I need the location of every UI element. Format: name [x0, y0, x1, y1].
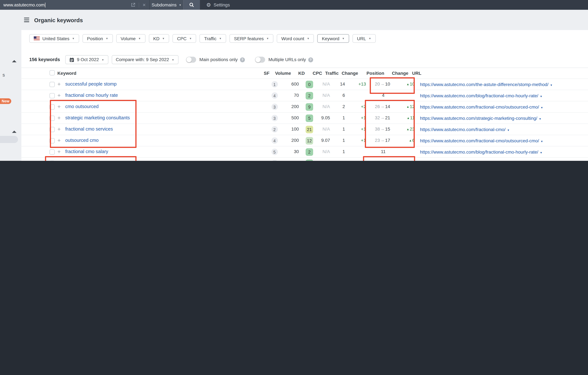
- col-volume[interactable]: Volume: [274, 71, 294, 76]
- col-url[interactable]: URL: [412, 71, 588, 76]
- add-keyword-icon[interactable]: +: [55, 115, 65, 121]
- url-cell: https://www.astutecmo.com/blog/fractiona…: [420, 93, 588, 99]
- filter-keyword[interactable]: Keyword▼: [317, 34, 349, 43]
- url-expand-icon[interactable]: ▼: [540, 151, 542, 154]
- add-keyword-icon[interactable]: +: [55, 104, 65, 109]
- search-button[interactable]: [183, 0, 200, 10]
- add-keyword-icon[interactable]: +: [55, 160, 65, 161]
- row-checkbox[interactable]: [50, 149, 55, 155]
- sf-count-badge: 4: [271, 137, 278, 144]
- subdomains-dropdown[interactable]: Subdomains▼: [149, 0, 183, 10]
- page-body: snswthNew Organic keywords United States…: [0, 10, 588, 161]
- keyword-link[interactable]: successful people stomp: [65, 82, 117, 87]
- target-url-value: www.astutecmo.com: [3, 2, 45, 8]
- filter-kd[interactable]: KD▼: [149, 34, 169, 43]
- kd-badge: 21: [305, 126, 313, 133]
- sidebar-item-clipped[interactable]: s: [3, 72, 5, 78]
- kd-cell: 9: [302, 104, 317, 111]
- arrow-right-icon: →: [380, 138, 385, 143]
- help-icon[interactable]: ?: [308, 57, 313, 62]
- select-all-checkbox[interactable]: [50, 70, 55, 76]
- filter-url[interactable]: URL▼: [352, 34, 376, 43]
- sidebar-selected-item[interactable]: [0, 136, 18, 143]
- add-keyword-icon[interactable]: +: [55, 93, 65, 98]
- kd-badge: 2: [305, 148, 313, 156]
- arrow-right-icon: →: [380, 104, 385, 109]
- url-link[interactable]: https://www.astutecmo.com/fractional-cmo…: [420, 127, 505, 132]
- col-kd[interactable]: KD: [294, 71, 309, 76]
- table-row: +outsourced cmo services3307N/A020→12▲8h…: [21, 157, 588, 161]
- row-checkbox[interactable]: [50, 104, 55, 110]
- clear-input-icon[interactable]: ✕: [142, 3, 146, 7]
- col-sf[interactable]: SF: [259, 71, 274, 76]
- row-checkbox[interactable]: [50, 138, 55, 143]
- traffic-value: 0: [333, 160, 347, 161]
- row-checkbox[interactable]: [50, 93, 55, 99]
- url-link[interactable]: https://www.astutecmo.com/strategic-mark…: [420, 116, 537, 121]
- row-checkbox[interactable]: [50, 116, 55, 121]
- add-keyword-icon[interactable]: +: [55, 149, 65, 154]
- multiple-urls-toggle[interactable]: [255, 57, 265, 63]
- filter-country[interactable]: United States ▼: [29, 34, 79, 43]
- filter-volume[interactable]: Volume▼: [116, 34, 145, 43]
- url-link[interactable]: https://www.astutecmo.com/fractional-cmo…: [420, 104, 539, 110]
- col-position-change[interactable]: Change: [392, 71, 407, 76]
- filter-position[interactable]: Position▼: [83, 34, 113, 43]
- kd-badge: 12: [305, 137, 313, 144]
- keyword-link[interactable]: fractional cmo hourly rate: [65, 93, 118, 98]
- keyword-link[interactable]: fractional cmo salary: [65, 149, 108, 154]
- kd-cell: 12: [302, 138, 317, 144]
- collapse-arrow-icon[interactable]: [12, 131, 17, 133]
- col-keyword[interactable]: Keyword: [57, 71, 67, 76]
- url-link[interactable]: https://www.astutecmo.com/fractional-cmo…: [420, 138, 539, 143]
- filter-serp-features[interactable]: SERP features▼: [230, 34, 273, 43]
- url-expand-icon[interactable]: ▼: [541, 140, 543, 143]
- compare-dropdown[interactable]: Compare with: 9 Sep 2022 ▼: [112, 55, 178, 64]
- position-old: 26: [367, 104, 380, 109]
- url-link[interactable]: https://www.astutecmo.com/the-astute-dif…: [420, 82, 548, 87]
- url-expand-icon[interactable]: ▼: [541, 106, 543, 109]
- keyword-link[interactable]: strategic marketing consultants: [65, 115, 130, 121]
- menu-icon[interactable]: [24, 18, 29, 22]
- row-checkbox[interactable]: [50, 127, 55, 132]
- traffic-value: 14: [333, 82, 347, 87]
- keyword-link[interactable]: cmo outsourced: [65, 104, 99, 109]
- url-expand-icon[interactable]: ▼: [550, 84, 553, 86]
- col-traffic-change[interactable]: Change: [339, 71, 359, 76]
- date-picker[interactable]: 9 Oct 2022 ▼: [65, 55, 108, 64]
- add-keyword-icon[interactable]: +: [55, 82, 65, 87]
- open-external-icon[interactable]: [131, 3, 135, 7]
- collapse-arrow-icon[interactable]: [12, 60, 17, 62]
- filter-cpc[interactable]: CPC▼: [173, 34, 196, 43]
- url-expand-icon[interactable]: ▼: [507, 129, 510, 131]
- chevron-down-icon: ▼: [189, 37, 192, 40]
- url-expand-icon[interactable]: ▼: [539, 118, 541, 120]
- kd-cell: 21: [302, 127, 317, 133]
- cpc-value: N/A: [317, 82, 333, 87]
- filter-traffic[interactable]: Traffic▼: [200, 34, 226, 43]
- add-keyword-icon[interactable]: +: [55, 138, 65, 143]
- filter-word-count[interactable]: Word count▼: [277, 34, 314, 43]
- col-cpc[interactable]: CPC: [309, 71, 325, 76]
- keyword-link[interactable]: outsourced cmo: [65, 138, 99, 143]
- url-link[interactable]: https://www.astutecmo.com/blog/fractiona…: [420, 93, 538, 99]
- serp-features-cell: 5: [267, 149, 282, 155]
- serp-features-cell: 4: [267, 138, 282, 144]
- position-change: ▲12: [400, 104, 415, 109]
- col-traffic[interactable]: Traffic: [325, 71, 339, 76]
- row-checkbox[interactable]: [50, 82, 55, 87]
- settings-label[interactable]: Settings: [213, 2, 230, 8]
- url-expand-icon[interactable]: ▼: [540, 95, 542, 98]
- add-keyword-icon[interactable]: +: [55, 127, 65, 132]
- kd-cell: 7: [302, 160, 317, 161]
- gear-icon[interactable]: ⚙: [206, 2, 211, 8]
- table-row: +fractional cmo services210021N/A1+138→1…: [21, 123, 588, 135]
- help-icon[interactable]: ?: [240, 57, 245, 62]
- main-positions-toggle[interactable]: [186, 57, 196, 63]
- keyword-link[interactable]: fractional cmo services: [65, 127, 113, 132]
- keyword-link[interactable]: outsourced cmo services: [65, 160, 117, 161]
- col-position[interactable]: Position: [359, 71, 392, 76]
- url-link[interactable]: https://www.astutecmo.com/blog/fractiona…: [420, 149, 538, 155]
- target-url-input[interactable]: www.astutecmo.com ✕: [0, 0, 149, 10]
- url-line: https://www.astutecmo.com/fractional-cmo…: [420, 138, 588, 144]
